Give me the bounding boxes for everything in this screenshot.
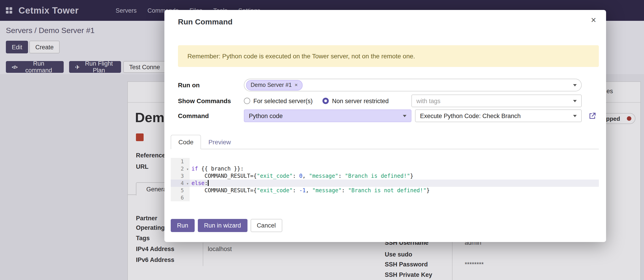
chip-remove-icon[interactable]: ✕: [294, 83, 298, 87]
command-label: Command: [178, 112, 244, 119]
run-command-dialog: Run Command × Remember: Python code is e…: [164, 10, 606, 242]
tab-code[interactable]: Code: [171, 135, 201, 149]
code-line-4[interactable]: else:: [190, 180, 599, 187]
text-cursor: [208, 180, 208, 186]
chevron-down-icon: [573, 100, 577, 102]
chevron-down-icon: [573, 84, 577, 86]
command-select[interactable]: Execute Python Code: Check Branch: [415, 109, 582, 122]
show-commands-label: Show Commands: [178, 97, 244, 104]
server-chip-label: Demo Server #1: [251, 82, 292, 88]
show-commands-options: For selected server(s) Non server restri…: [244, 97, 388, 104]
radio-selected-servers[interactable]: [244, 98, 250, 104]
radio-non-server-restricted-label[interactable]: Non server restricted: [332, 97, 389, 104]
close-icon[interactable]: ×: [591, 15, 596, 25]
dialog-title: Run Command: [164, 10, 606, 27]
chevron-down-icon: [573, 115, 577, 117]
code-line-3[interactable]: COMMAND_RESULT={"exit_code": 0, "message…: [190, 172, 599, 180]
fold-caret-icon[interactable]: ▾: [186, 166, 189, 173]
page: Cetmix Tower ServersCommandsFilesToolsSe…: [0, 0, 644, 280]
server-chip: Demo Server #1 ✕: [246, 80, 302, 90]
warning-alert: Remember: Python code is executed on the…: [178, 45, 599, 67]
gutter-line-1: 1: [171, 158, 190, 165]
command-type-select[interactable]: Python code: [244, 109, 412, 122]
gutter-line-4: 4▾: [171, 180, 190, 187]
radio-non-server-restricted[interactable]: [323, 98, 329, 104]
code-line-6[interactable]: [190, 194, 599, 201]
gutter-line-5: 5: [171, 187, 190, 194]
editor-code[interactable]: if {{ branch }}: COMMAND_RESULT={"exit_c…: [190, 158, 599, 201]
command-value: Execute Python Code: Check Branch: [420, 112, 521, 119]
gutter-line-3: 3: [171, 172, 190, 180]
gutter-line-2: 2▾: [171, 165, 190, 172]
run-command-form: Run on Demo Server #1 ✕ Show Commands Fo…: [164, 79, 606, 122]
command-type-value: Python code: [249, 112, 283, 119]
code-line-2[interactable]: if {{ branch }}:: [190, 165, 599, 172]
run-in-wizard-button[interactable]: Run in wizard: [198, 219, 248, 232]
code-line-5[interactable]: COMMAND_RESULT={"exit_code": -1, "messag…: [190, 187, 599, 194]
fold-caret-icon[interactable]: ▾: [186, 180, 189, 187]
editor-gutter: 12▾34▾56: [171, 158, 190, 201]
cancel-button[interactable]: Cancel: [250, 219, 282, 232]
tab-bar: Code Preview: [171, 135, 599, 149]
code-editor[interactable]: 12▾34▾56 if {{ branch }}: COMMAND_RESULT…: [171, 158, 599, 202]
tags-select[interactable]: with tags: [412, 94, 582, 107]
external-link-icon[interactable]: [588, 112, 596, 122]
chevron-down-icon: [403, 115, 406, 117]
gutter-line-6: 6: [171, 194, 190, 201]
dialog-footer: Run Run in wizard Cancel: [171, 219, 282, 232]
run-on-label: Run on: [178, 81, 244, 89]
tags-select-placeholder: with tags: [416, 97, 440, 104]
radio-selected-servers-label[interactable]: For selected server(s): [253, 97, 313, 104]
run-button[interactable]: Run: [171, 219, 195, 232]
tab-preview[interactable]: Preview: [201, 135, 238, 149]
code-line-1[interactable]: [190, 158, 599, 165]
run-on-field[interactable]: Demo Server #1 ✕: [244, 79, 582, 91]
